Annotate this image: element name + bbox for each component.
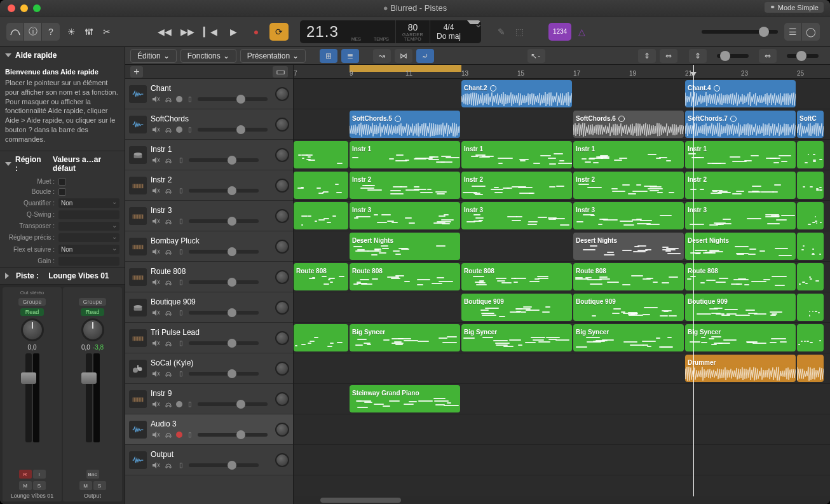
region[interactable]: Boutique 909 (461, 294, 572, 321)
track-header[interactable]: Instr 2 ▯ (125, 170, 293, 201)
freeze-icon[interactable]: ▯ (185, 399, 195, 409)
global-tracks-button[interactable]: ▭ (273, 66, 288, 78)
region[interactable]: Desert Nights (685, 233, 796, 260)
region[interactable]: Route 808 (294, 263, 348, 290)
track-volume-slider[interactable] (189, 311, 259, 315)
track-pan-knob[interactable] (275, 423, 289, 437)
arrange-lane[interactable] (294, 445, 830, 475)
region[interactable]: Route 808 (685, 263, 796, 290)
region[interactable]: Instr 1 (573, 141, 684, 168)
region[interactable]: SoftChords.5 (350, 111, 460, 138)
add-track-button[interactable]: + (130, 66, 143, 78)
mute-icon[interactable] (151, 277, 161, 287)
rewind-button[interactable]: ◀◀ (155, 23, 174, 41)
track-volume-slider[interactable] (198, 128, 268, 132)
catch-icon[interactable]: ⤾ (416, 49, 434, 63)
arrange-lane[interactable]: Instr 3Instr 3Instr 3Instr 3 (294, 201, 830, 231)
play-button[interactable]: ▶ (224, 23, 243, 41)
region[interactable] (797, 324, 824, 351)
mute-icon[interactable] (151, 155, 161, 165)
region[interactable]: Instr 1 (461, 141, 572, 168)
mode-simple-toggle[interactable]: ⚭ Mode Simple (765, 2, 824, 13)
region[interactable]: SoftChords.6 (573, 111, 684, 138)
horizontal-zoom-slider[interactable] (787, 54, 819, 58)
arrange-lane[interactable]: Boutique 909Boutique 909Boutique 909 (294, 292, 830, 323)
region[interactable]: Big Syncer (573, 324, 684, 351)
freeze-icon[interactable]: ▯ (176, 338, 186, 348)
mute-icon[interactable] (151, 369, 161, 379)
region[interactable]: Instr 3 (461, 202, 572, 229)
freeze-icon[interactable]: ▯ (176, 308, 186, 318)
mute-checkbox[interactable] (58, 178, 66, 186)
region[interactable] (294, 141, 348, 168)
track-pan-knob[interactable] (275, 270, 289, 284)
flex-select[interactable]: Non (58, 245, 119, 254)
go-to-start-button[interactable]: ▎◀ (201, 23, 220, 41)
track-volume-slider[interactable] (189, 158, 259, 162)
arrange-lane[interactable]: Instr 1Instr 1Instr 1Instr 1 (294, 140, 830, 170)
track-header[interactable]: Route 808 ▯ (125, 262, 293, 292)
arrange-lane[interactable]: Instr 2Instr 2Instr 2Instr 2 (294, 170, 830, 201)
lcd-chevron-icon[interactable]: ⌄ (467, 20, 481, 24)
mute-icon[interactable] (151, 338, 161, 348)
track-header[interactable]: Output ▯ (125, 445, 293, 475)
track-volume-slider[interactable] (189, 372, 259, 376)
transpose-field[interactable] (58, 222, 119, 231)
quick-help-button[interactable]: ? (42, 23, 60, 41)
arrange-lane[interactable] (294, 414, 830, 445)
headphones-icon[interactable] (163, 186, 173, 196)
region[interactable]: Big Syncer (685, 324, 796, 351)
track-header[interactable]: Bombay Pluck ▯ (125, 231, 293, 262)
arrange-area[interactable]: 791113151719212325 Chant.2Chant.4SoftCho… (294, 65, 830, 504)
track-pan-knob[interactable] (275, 179, 289, 193)
region[interactable] (797, 263, 824, 290)
track-header[interactable]: Instr 9 ▯ (125, 384, 293, 414)
headphones-icon[interactable] (163, 94, 173, 104)
region[interactable]: Chant.4 (685, 80, 796, 107)
lcd-display[interactable]: 21.3 MES TEMPS 80GARDERTEMPO 4/4Do maj ⌄ (300, 20, 481, 43)
track-pan-knob[interactable] (275, 148, 289, 162)
freeze-icon[interactable]: ▯ (176, 369, 186, 379)
track-pan-knob[interactable] (275, 209, 289, 223)
track-view-icon[interactable]: ≣ (341, 49, 359, 63)
record-button[interactable]: ● (247, 23, 266, 41)
input-monitor[interactable]: I (33, 470, 46, 479)
mute-icon[interactable] (151, 430, 161, 440)
track-pan-knob[interactable] (275, 392, 289, 406)
cycle-button[interactable]: ⟳ (269, 23, 289, 41)
loop-checkbox[interactable] (58, 188, 66, 196)
arrange-lane[interactable]: SoftChords.5SoftChords.6SoftChords.7Soft… (294, 109, 830, 140)
region[interactable]: Desert Nights (350, 233, 460, 260)
track-volume-slider[interactable] (189, 341, 259, 345)
mute-icon[interactable] (151, 186, 161, 196)
freeze-icon[interactable]: ▯ (176, 155, 186, 165)
notes-button[interactable]: ◯ (802, 23, 820, 41)
metronome-icon[interactable]: △ (574, 24, 589, 39)
headphones-icon[interactable] (163, 460, 173, 470)
volume-fader[interactable] (86, 353, 92, 442)
region[interactable]: Desert Nights (573, 233, 684, 260)
region[interactable] (797, 202, 824, 229)
automation-read[interactable]: Read (20, 308, 44, 316)
region[interactable]: Route 808 (461, 263, 572, 290)
freeze-icon[interactable]: ▯ (185, 94, 195, 104)
headphones-icon[interactable] (163, 277, 173, 287)
functions-menu[interactable]: Fonctions⌄ (180, 49, 236, 63)
region-header[interactable]: Région : Valeurs a…ar défaut (0, 151, 125, 177)
region[interactable]: Instr 3 (350, 202, 460, 229)
ruler[interactable]: 791113151719212325 (294, 65, 830, 79)
arrange-lane[interactable]: Steinway Grand Piano (294, 384, 830, 414)
track-header[interactable]: Boutique 909 ▯ (125, 292, 293, 323)
pan-knob[interactable] (81, 318, 104, 341)
inspector-button[interactable]: ⓘ (24, 23, 42, 41)
headphones-icon[interactable] (163, 338, 173, 348)
region[interactable]: Big Syncer (461, 324, 572, 351)
track-pan-knob[interactable] (275, 331, 289, 345)
track-volume-slider[interactable] (198, 402, 268, 406)
region[interactable]: Instr 2 (685, 172, 796, 199)
waveform-zoom-icon[interactable]: ⇕ (689, 49, 707, 63)
region[interactable]: SoftC (797, 111, 824, 138)
region[interactable] (294, 202, 348, 229)
volume-fader[interactable] (25, 353, 32, 442)
master-volume-slider[interactable] (702, 30, 778, 34)
